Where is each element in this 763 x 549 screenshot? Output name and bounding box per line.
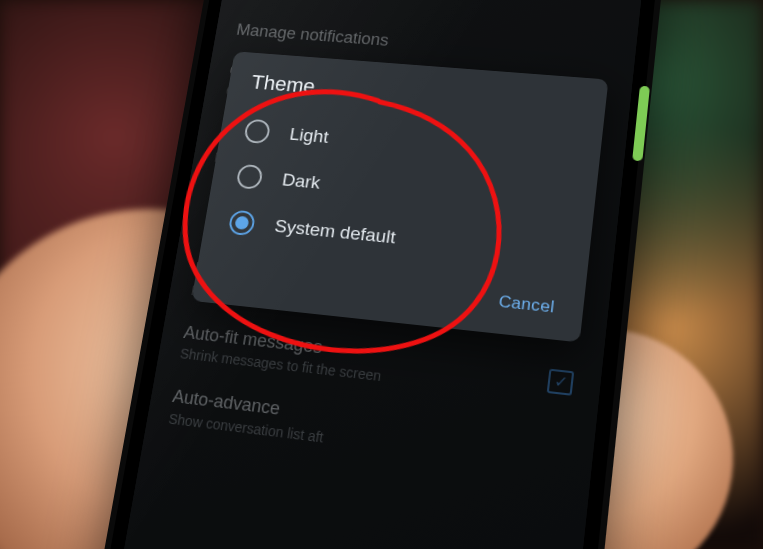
option-label: System default	[273, 216, 397, 248]
cancel-button[interactable]: Cancel	[484, 281, 569, 329]
option-label: Dark	[281, 170, 322, 194]
radio-checked-icon	[228, 210, 256, 237]
radio-unchecked-icon	[236, 164, 264, 190]
theme-dialog: Theme Light Dark System default Cancel	[191, 51, 608, 342]
radio-unchecked-icon	[243, 119, 271, 144]
option-label: Light	[288, 124, 330, 147]
